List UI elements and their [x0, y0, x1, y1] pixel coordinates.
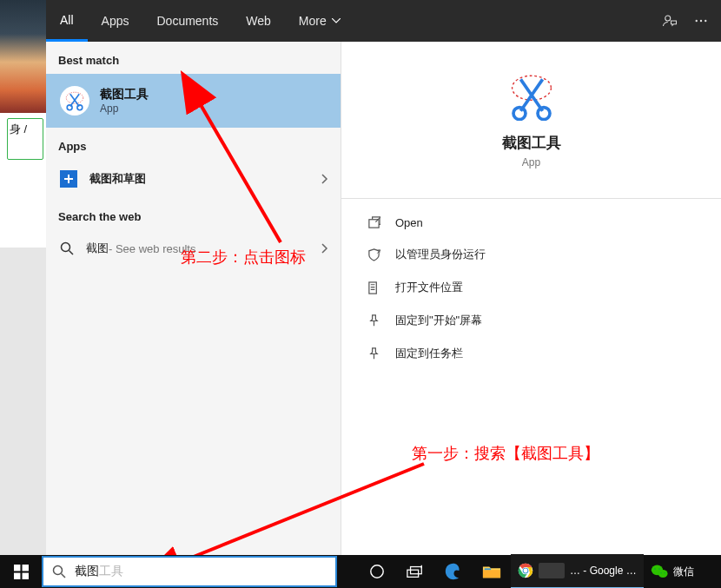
snip-sketch-icon — [60, 170, 77, 188]
web-query-label: 截图 — [86, 241, 109, 256]
preview-header: 截图工具 App — [341, 42, 721, 199]
chevron-down-icon — [332, 18, 341, 23]
tab-documents[interactable]: Documents — [142, 0, 232, 42]
search-typed: 截图 — [75, 564, 99, 579]
actions-list: Open 以管理员身份运行 打开文件位置 — [341, 199, 721, 379]
edge-button[interactable] — [434, 555, 473, 588]
desktop-background-sliver: 身 / — [0, 0, 46, 248]
folder-icon — [366, 281, 381, 294]
action-open[interactable]: Open — [341, 208, 721, 238]
svg-point-32 — [660, 572, 661, 573]
svg-point-0 — [665, 16, 671, 21]
pin-icon — [366, 314, 381, 327]
svg-point-10 — [538, 107, 550, 119]
preview-title: 截图工具 — [502, 133, 561, 153]
action-run-admin-label: 以管理员身份运行 — [395, 247, 486, 262]
action-open-location-label: 打开文件位置 — [395, 280, 463, 295]
snipping-tool-icon — [507, 72, 556, 121]
more-options-icon[interactable] — [693, 13, 709, 29]
taskbar-search-box[interactable]: 截图工具 — [42, 556, 337, 587]
svg-point-3 — [704, 20, 706, 22]
best-match-title: 截图工具 — [100, 87, 149, 102]
svg-point-33 — [664, 572, 665, 573]
svg-point-30 — [654, 568, 656, 570]
preview-subtitle: App — [522, 156, 540, 168]
svg-rect-12 — [368, 281, 375, 293]
file-explorer-button[interactable] — [473, 555, 511, 588]
chevron-right-icon[interactable] — [321, 242, 328, 254]
preview-column: 截图工具 App Open 以管理员身份运行 — [341, 42, 721, 555]
best-match-header: Best match — [46, 42, 341, 74]
search-panel: Best match 截图工具 App Apps — [46, 42, 721, 555]
svg-point-31 — [658, 568, 660, 570]
chrome-taskbar-label: … - Google … — [570, 565, 637, 577]
apps-header: Apps — [46, 128, 341, 160]
search-autocomplete-ghost: 工具 — [99, 564, 123, 579]
desktop-card-fragment: 身 / — [7, 118, 43, 160]
wechat-icon — [651, 564, 668, 579]
feedback-icon[interactable] — [662, 13, 678, 29]
search-icon — [52, 565, 66, 578]
pin-icon — [366, 347, 381, 360]
results-column: Best match 截图工具 App Apps — [46, 42, 341, 555]
wechat-taskbar-label: 微信 — [673, 565, 694, 579]
app-result-snip-sketch[interactable]: 截图和草图 — [46, 160, 341, 198]
snipping-tool-icon — [60, 86, 89, 116]
action-pin-taskbar-label: 固定到任务栏 — [395, 346, 463, 361]
best-match-subtitle: App — [100, 102, 149, 115]
svg-point-6 — [77, 105, 83, 110]
svg-rect-23 — [483, 570, 500, 578]
chrome-taskbar-item[interactable]: … - Google … — [511, 554, 644, 588]
tab-web[interactable]: Web — [232, 0, 285, 42]
wechat-taskbar-item[interactable]: 微信 — [644, 555, 701, 588]
tab-more-label: More — [299, 14, 327, 28]
wallpaper-fragment — [0, 0, 46, 113]
svg-rect-18 — [22, 572, 28, 578]
svg-rect-16 — [22, 565, 28, 571]
web-result[interactable]: 截图 - See web results — [46, 230, 341, 267]
svg-point-7 — [62, 243, 70, 252]
open-icon — [366, 216, 381, 229]
action-pin-start-label: 固定到"开始"屏幕 — [395, 313, 482, 328]
cortana-button[interactable] — [358, 555, 396, 588]
filter-tabs: All Apps Documents Web More — [46, 0, 354, 42]
best-match-result[interactable]: 截图工具 App — [46, 74, 341, 128]
start-button[interactable] — [0, 555, 42, 588]
shield-icon — [366, 248, 381, 261]
task-view-button[interactable] — [396, 555, 434, 588]
search-header: All Apps Documents Web More — [46, 0, 721, 42]
chevron-right-icon[interactable] — [321, 173, 328, 185]
tab-apps[interactable]: Apps — [88, 0, 143, 42]
svg-point-4 — [66, 92, 83, 103]
svg-point-5 — [67, 105, 72, 110]
svg-rect-17 — [14, 572, 20, 578]
action-pin-start[interactable]: 固定到"开始"屏幕 — [341, 304, 721, 337]
action-run-admin[interactable]: 以管理员身份运行 — [341, 238, 721, 271]
tab-all[interactable]: All — [46, 0, 88, 42]
svg-point-29 — [658, 570, 667, 578]
chrome-thumb — [539, 563, 565, 578]
svg-point-20 — [371, 565, 383, 578]
action-open-label: Open — [395, 216, 423, 229]
web-suffix-label: - See web results — [109, 242, 195, 255]
svg-rect-24 — [485, 568, 491, 570]
tab-more[interactable]: More — [285, 0, 354, 42]
windows-icon — [14, 565, 29, 579]
app-result-label: 截图和草图 — [89, 171, 146, 187]
svg-rect-15 — [14, 565, 20, 571]
action-open-location[interactable]: 打开文件位置 — [341, 271, 721, 304]
taskbar: 截图工具 — [0, 555, 721, 588]
taskbar-icons: … - Google … 微信 — [358, 555, 701, 588]
svg-point-1 — [696, 20, 698, 22]
action-pin-taskbar[interactable]: 固定到任务栏 — [341, 337, 721, 370]
svg-point-27 — [524, 569, 528, 573]
svg-point-19 — [54, 566, 63, 575]
svg-point-9 — [513, 107, 526, 119]
search-web-header: Search the web — [46, 198, 341, 230]
svg-point-2 — [700, 20, 702, 22]
chrome-icon — [518, 563, 533, 578]
search-icon — [60, 241, 74, 255]
